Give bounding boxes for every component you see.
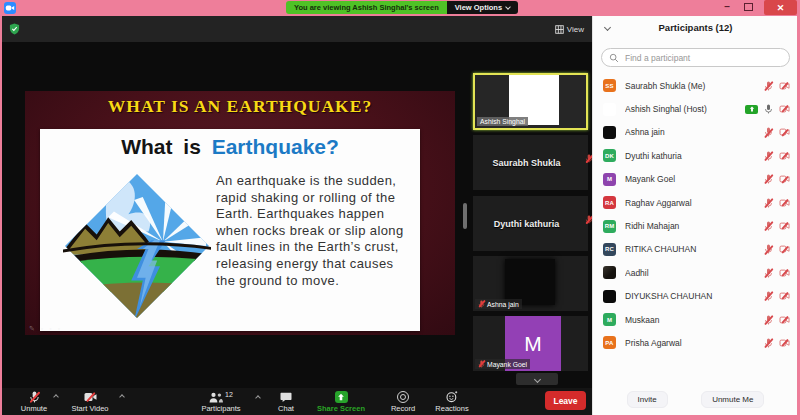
chat-icon — [280, 392, 292, 403]
video-options-caret[interactable] — [119, 394, 125, 400]
video-tile-ashish[interactable]: Ashish Singhal — [473, 73, 588, 130]
muted-mic-icon — [764, 151, 773, 161]
tile-name-label: Mayank Goel — [475, 359, 530, 369]
muted-mic-icon — [764, 244, 773, 254]
participant-row[interactable]: DK Dyuthi kathuria — [593, 144, 798, 167]
muted-mic-icon — [764, 174, 773, 184]
screen-share-banner: You are viewing Ashish Singhal's screen … — [286, 1, 518, 14]
share-screen-label: Share Screen — [310, 404, 372, 413]
video-off-icon — [779, 339, 790, 347]
mic-muted-icon — [29, 391, 40, 403]
participant-name: DIYUKSHA CHAUHAN — [625, 291, 764, 301]
participant-row[interactable]: M Mayank Goel — [593, 168, 798, 191]
unmute-button[interactable]: Unmute — [10, 390, 58, 413]
zoom-app-icon — [4, 2, 16, 14]
participant-row[interactable]: PA Prisha Agarwal — [593, 331, 798, 354]
avatar — [603, 266, 616, 279]
video-off-icon — [779, 105, 790, 113]
chat-label: Chat — [266, 404, 306, 413]
participant-row[interactable]: SS Saurabh Shukla (Me) — [593, 74, 798, 97]
view-options-button[interactable]: View Options — [447, 1, 518, 14]
participant-name: Raghav Aggarwal — [625, 198, 764, 208]
avatar: M — [603, 313, 616, 326]
video-tile-ashna[interactable]: Ashna jain — [473, 256, 588, 311]
participant-list: SS Saurabh Shukla (Me) Ashish Singhal (H… — [593, 74, 798, 355]
reactions-label: Reactions — [426, 404, 478, 413]
presentation-slide: WHAT IS AN EARTHQUAKE? What is Earthquak… — [25, 91, 455, 335]
slide-content-box: What is Earthquake? — [40, 129, 420, 331]
slide-banner-title: WHAT IS AN EARTHQUAKE? — [25, 96, 455, 117]
zoom-window: You are viewing Ashish Singhal's screen … — [0, 0, 800, 420]
start-video-button[interactable]: Start Video — [62, 390, 118, 413]
mic-on-icon — [764, 104, 773, 114]
record-label: Record — [380, 404, 426, 413]
leave-button[interactable]: Leave — [545, 391, 586, 410]
avatar: RA — [603, 196, 616, 209]
avatar — [603, 126, 616, 139]
reactions-button[interactable]: Reactions — [426, 390, 478, 413]
video-off-icon — [779, 222, 790, 230]
avatar-initials: SS — [605, 83, 613, 89]
participant-search[interactable] — [601, 48, 790, 67]
close-button[interactable]: ✕ — [764, 0, 797, 15]
participant-name: Dyuthi kathuria — [625, 151, 764, 161]
minimize-button[interactable]: – — [720, 1, 734, 14]
avatar-initials: PA — [605, 340, 613, 346]
avatar-initial: M — [524, 332, 542, 356]
unmute-me-button[interactable]: Unmute Me — [701, 391, 764, 408]
shared-screen-stage: WHAT IS AN EARTHQUAKE? What is Earthquak… — [2, 42, 592, 388]
tile-name-label: Ashna jain — [475, 299, 522, 309]
participant-row[interactable]: RM Ridhi Mahajan — [593, 214, 798, 237]
screen-sharing-icon — [745, 105, 758, 114]
participants-button[interactable]: 12 Participants — [190, 390, 252, 413]
avatar-initials: M — [607, 317, 612, 323]
participants-caret[interactable] — [255, 395, 261, 401]
avatar — [603, 290, 616, 303]
participant-name: Prisha Agarwal — [625, 338, 764, 348]
participant-row[interactable]: DIYUKSHA CHAUHAN — [593, 285, 798, 308]
tile-name-label: Ashish Singhal — [477, 117, 528, 126]
slide-body-text: An earthquake is the sudden, rapid shaki… — [216, 173, 412, 289]
search-input[interactable] — [623, 52, 773, 64]
participant-name: Ridhi Mahajan — [625, 221, 764, 231]
tile-name-text: Ashna jain — [487, 301, 519, 308]
annotation-tools[interactable]: ✎ ◦ ◦ ◦ — [29, 325, 62, 333]
participant-name: Mayank Goel — [625, 174, 764, 184]
video-tile-dyuthi[interactable]: Dyuthi kathuria — [473, 196, 588, 251]
thumbnail-panel-handle[interactable] — [463, 203, 467, 229]
video-off-icon — [779, 269, 790, 277]
participant-row[interactable]: RA Raghav Aggarwal — [593, 191, 798, 214]
avatar: RM — [603, 220, 616, 233]
participant-row[interactable]: M Muskaan — [593, 308, 798, 331]
share-screen-icon — [335, 391, 348, 403]
encryption-shield-icon — [9, 23, 20, 35]
panel-footer: Invite Unmute Me — [593, 391, 798, 408]
more-tiles-button[interactable] — [516, 373, 558, 385]
participants-label: Participants — [190, 404, 252, 413]
window-titlebar: You are viewing Ashish Singhal's screen … — [0, 0, 800, 16]
share-screen-button[interactable]: Share Screen — [310, 390, 372, 413]
video-off-icon — [779, 128, 790, 136]
invite-button[interactable]: Invite — [627, 391, 668, 408]
view-button[interactable]: View — [555, 22, 584, 36]
participant-row[interactable]: RC RITIKA CHAUHAN — [593, 238, 798, 261]
maximize-button[interactable] — [744, 3, 753, 11]
avatar-initials: M — [607, 176, 612, 182]
chat-button[interactable]: Chat — [266, 390, 306, 413]
participant-name: Muskaan — [625, 315, 764, 325]
video-tile-saurabh[interactable]: Saurabh Shukla — [473, 135, 588, 190]
slide-heading-blue: Earthquake? — [212, 135, 339, 158]
avatar-initials: RC — [605, 246, 614, 252]
video-off-icon — [779, 82, 790, 90]
participant-row[interactable]: Aadhil — [593, 261, 798, 284]
avatar-initials: RA — [605, 200, 614, 206]
muted-mic-icon — [764, 221, 773, 231]
record-button[interactable]: Record — [380, 390, 426, 413]
muted-mic-icon — [764, 338, 773, 348]
video-tile-mayank[interactable]: M Mayank Goel — [473, 316, 588, 371]
view-label: View — [567, 25, 584, 34]
camera-off-icon — [84, 392, 97, 402]
participant-row[interactable]: Ashna jain — [593, 121, 798, 144]
avatar: PA — [603, 336, 616, 349]
participant-row[interactable]: Ashish Singhal (Host) — [593, 97, 798, 120]
